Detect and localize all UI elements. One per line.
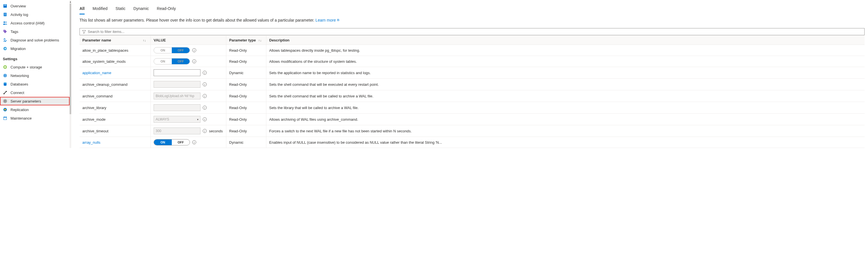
tabs: AllModifiedStaticDynamicRead-Only [80, 4, 865, 14]
sidebar-item-migration[interactable]: Migration [0, 44, 69, 53]
input-application_name[interactable] [154, 69, 200, 76]
sidebar-item-label: Overview [10, 4, 26, 8]
param-name: archive_library [82, 106, 106, 110]
database-icon [3, 82, 7, 86]
tab-read-only[interactable]: Read-Only [157, 4, 176, 14]
table-row: archive_commandiRead-OnlySets the shell … [80, 90, 865, 102]
param-desc: Sets the application name to be reported… [266, 68, 865, 77]
svg-rect-23 [4, 116, 4, 117]
sidebar-item-label: Maintenance [10, 116, 32, 120]
sidebar-item-label: Server parameters [10, 99, 41, 104]
sidebar-item-databases[interactable]: Databases [0, 80, 69, 88]
sidebar-item-tags[interactable]: Tags [0, 27, 69, 36]
toggle-array_nulls[interactable]: ONOFF [154, 139, 190, 145]
log-icon [3, 12, 7, 17]
dropdown-archive_mode[interactable]: ALWAYS▾ [154, 116, 200, 123]
param-type: Read-Only [226, 104, 266, 112]
param-name: archive_timeout [82, 129, 108, 133]
svg-point-8 [4, 30, 4, 31]
table-row: archive_libraryiRead-OnlySets the librar… [80, 102, 865, 114]
replication-icon [3, 107, 7, 112]
sort-icon[interactable]: ↑↓ [143, 39, 146, 42]
sidebar-item-diagnose-and-solve-problems[interactable]: Diagnose and solve problems [0, 36, 69, 44]
tab-static[interactable]: Static [116, 4, 125, 14]
gear-icon [3, 99, 7, 104]
param-name: allow_in_place_tablespaces [82, 48, 128, 53]
scroll-up-icon[interactable]: ▲ [69, 0, 71, 3]
info-icon[interactable]: i [203, 129, 207, 133]
sidebar-item-label: Activity log [10, 12, 28, 17]
filter-icon [82, 30, 86, 34]
param-desc: Sets the shell command that will be exec… [266, 80, 865, 89]
table-row: allow_in_place_tablespacesONOFFiRead-Onl… [80, 45, 865, 56]
col-desc-header[interactable]: Description [266, 36, 865, 45]
col-value-header[interactable]: VALUE [151, 36, 226, 45]
learn-more-link[interactable]: Learn more⧉ [315, 18, 339, 23]
info-icon[interactable]: i [203, 94, 207, 98]
table-row: array_nullsONOFFiDynamicEnables input of… [80, 137, 865, 148]
sidebar-item-compute-storage[interactable]: Compute + storage [0, 63, 69, 71]
info-icon[interactable]: i [192, 140, 196, 144]
svg-rect-1 [4, 5, 6, 5]
info-icon[interactable]: i [192, 59, 196, 63]
sidebar-item-overview[interactable]: Overview [0, 2, 69, 10]
parameters-table: Parameter name ↑↓ VALUE Parameter type ↑… [80, 35, 865, 148]
sidebar-item-connect[interactable]: Connect [0, 88, 69, 97]
scrollbar[interactable]: ▲ [69, 0, 71, 148]
table-row: archive_cleanup_commandiRead-OnlySets th… [80, 79, 865, 90]
diagnose-icon [3, 38, 7, 42]
info-icon[interactable]: i [203, 117, 207, 121]
input-archive_cleanup_command [154, 81, 200, 88]
sidebar-item-server-parameters[interactable]: Server parameters [0, 97, 69, 106]
svg-point-18 [4, 100, 6, 102]
info-icon[interactable]: i [203, 71, 207, 75]
tab-modified[interactable]: Modified [93, 4, 107, 14]
sidebar-item-replication[interactable]: Replication [0, 106, 69, 114]
param-type: Dynamic [226, 68, 266, 77]
param-type: Read-Only [226, 127, 266, 136]
param-name[interactable]: array_nulls [82, 140, 100, 145]
external-link-icon: ⧉ [337, 18, 339, 22]
sidebar-item-label: Diagnose and solve problems [10, 38, 59, 42]
sidebar-item-networking[interactable]: Networking [0, 71, 69, 80]
search-input-wrap[interactable] [80, 28, 865, 35]
info-icon[interactable]: i [192, 48, 196, 52]
network-icon [3, 73, 7, 78]
param-type: Read-Only [226, 46, 266, 55]
info-icon[interactable]: i [203, 82, 207, 86]
sidebar-item-activity-log[interactable]: Activity log [0, 10, 69, 19]
search-input[interactable] [88, 30, 862, 34]
svg-rect-16 [3, 93, 4, 94]
tab-dynamic[interactable]: Dynamic [133, 4, 149, 14]
svg-point-6 [4, 22, 5, 23]
sort-icon[interactable]: ↑↓ [258, 39, 261, 42]
sidebar-item-label: Migration [10, 47, 26, 51]
table-header: Parameter name ↑↓ VALUE Parameter type ↑… [80, 35, 865, 45]
svg-rect-0 [3, 4, 7, 8]
param-type: Dynamic [226, 138, 266, 147]
param-desc: Enables input of NULL (case insensitive)… [266, 138, 865, 147]
param-type: Read-Only [226, 80, 266, 89]
param-desc: Forces a switch to the next WAL file if … [266, 127, 865, 136]
sidebar-item-maintenance[interactable]: Maintenance [0, 114, 69, 122]
col-type-header[interactable]: Parameter type [229, 38, 256, 42]
col-name-header[interactable]: Parameter name [82, 38, 111, 42]
param-name: allow_system_table_mods [82, 59, 125, 64]
scroll-thumb[interactable] [69, 3, 71, 114]
toggle-allow_system_table_mods: ONOFF [154, 58, 190, 64]
svg-point-7 [5, 22, 7, 23]
toggle-allow_in_place_tablespaces: ONOFF [154, 47, 190, 53]
tab-all[interactable]: All [80, 4, 85, 14]
param-name[interactable]: application_name [82, 71, 111, 75]
sidebar-item-access-control-iam-[interactable]: Access control (IAM) [0, 19, 69, 27]
sidebar-item-label: Access control (IAM) [10, 21, 44, 25]
svg-rect-22 [4, 118, 6, 120]
param-desc: Allows modifications of the structure of… [266, 57, 865, 66]
param-desc: Allows archiving of WAL files using arch… [266, 115, 865, 124]
iam-icon [3, 21, 7, 25]
overview-icon [3, 4, 7, 8]
settings-header: Settings [0, 53, 69, 63]
info-icon[interactable]: i [203, 106, 207, 110]
svg-rect-24 [6, 116, 6, 117]
input-archive_library [154, 104, 200, 111]
